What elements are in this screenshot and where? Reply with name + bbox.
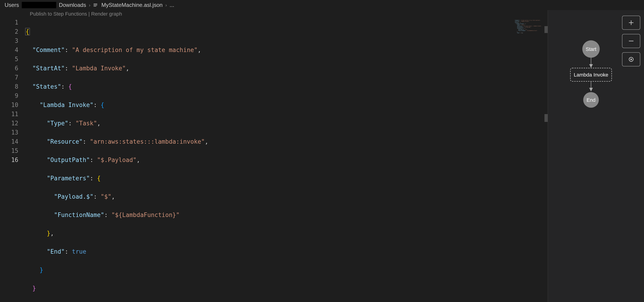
workflow-graph: Start Lambda Invoke End [566,33,616,111]
breadcrumb-filename[interactable]: MyStateMachine.asl.json [101,2,162,8]
line-number: 12 [0,119,18,128]
breadcrumb-downloads[interactable]: Downloads [59,2,86,8]
zoom-in-button[interactable] [622,15,640,30]
line-number: 15 [0,146,18,155]
line-number: 14 [0,137,18,146]
line-number: 7 [0,73,18,82]
svg-point-7 [630,59,632,60]
svg-rect-0 [94,4,97,4]
svg-rect-2 [94,6,96,6]
graph-pane: Start Lambda Invoke End [548,10,644,302]
plus-icon [628,19,634,26]
zoom-out-button[interactable] [622,34,640,48]
publish-link[interactable]: Publish to Step Functions [30,11,87,17]
graph-start-label: Start [586,46,596,52]
code-lens: Publish to Step Functions | Render graph [0,10,548,18]
target-icon [628,56,634,62]
center-button[interactable] [622,52,640,66]
minimap[interactable]: "Comment": "A description of my state ma… [515,20,544,38]
render-graph-link[interactable]: Render graph [91,11,122,17]
minus-icon [628,38,634,44]
line-number: 1 [0,18,18,27]
graph-end-label: End [586,97,596,103]
line-number: 8 [0,82,18,91]
line-number: 13 [0,128,18,137]
code-lens-separator: | [87,11,91,17]
breadcrumb-users[interactable]: Users [4,2,19,8]
line-number: 6 [0,64,18,73]
chevron-right-icon: › [89,2,90,8]
graph-task-label: Lambda Invoke [574,72,608,78]
json-file-icon [93,3,98,7]
line-number: 9 [0,91,18,100]
graph-controls [622,15,640,66]
line-number: 2 [0,27,18,36]
code-content[interactable]: { "Comment": "A description of my state … [25,18,548,302]
redacted-segment [22,2,56,8]
main-area: Publish to Step Functions | Render graph… [0,10,644,302]
line-number: 4 [0,45,18,54]
line-number: 5 [0,54,18,64]
scrollbar-thumb[interactable] [544,114,548,122]
line-number: 10 [0,100,18,109]
scrollbar[interactable] [544,18,548,302]
editor-body[interactable]: 1 2 3 4 5 6 7 8 9 10 11 12 13 14 15 16 {… [0,18,548,302]
breadcrumb-ellipsis[interactable]: ... [170,2,174,8]
line-gutter: 1 2 3 4 5 6 7 8 9 10 11 12 13 14 15 16 [0,18,25,302]
svg-rect-1 [94,5,97,5]
line-number: 11 [0,109,18,119]
editor-pane: Publish to Step Functions | Render graph… [0,10,548,302]
chevron-right-icon: › [165,2,167,8]
line-number-current: 16 [0,155,18,165]
scrollbar-thumb[interactable] [544,26,548,33]
line-number: 3 [0,36,18,45]
breadcrumb: Users Downloads › MyStateMachine.asl.jso… [0,0,644,10]
